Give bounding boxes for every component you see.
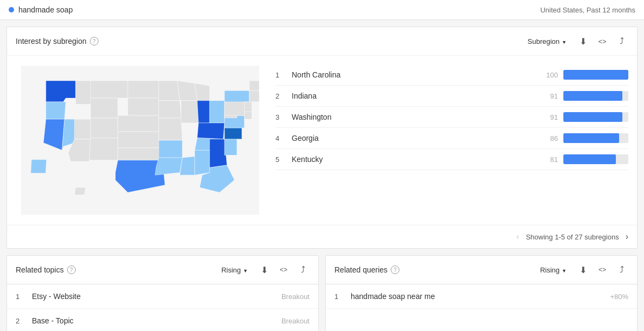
rank-number: 4: [275, 134, 292, 142]
related-topics-dropdown[interactable]: Rising: [218, 264, 251, 276]
ranking-row: 3 Washington 91: [275, 107, 628, 128]
map-and-rankings: 1 North Carolina 100 2 Indiana 91 3 Wash…: [7, 56, 637, 225]
rankings-list: 1 North Carolina 100 2 Indiana 91 3 Wash…: [275, 64, 628, 216]
ranking-row: 2 Indiana 91: [275, 86, 628, 107]
svg-marker-2: [46, 102, 66, 119]
dropdown-chevron-icon: [562, 37, 567, 46]
related-topics-download-icon[interactable]: ⬇: [258, 263, 271, 276]
subregion-title-area: Interest by subregion ?: [16, 37, 98, 46]
rank-name: Kentucky: [292, 155, 536, 164]
svg-marker-11: [89, 138, 118, 160]
rank-value: 91: [536, 92, 558, 100]
query-row: 1 handmade soap near me +80%: [326, 284, 637, 309]
search-term-area: handmade soap: [9, 5, 73, 14]
svg-marker-25: [181, 101, 199, 123]
svg-marker-8: [75, 119, 91, 139]
related-queries-controls: Rising ⬇ <> ⤴: [537, 263, 628, 276]
rank-number: 1: [275, 71, 292, 79]
related-topics-list: 1 Etsy - Website Breakout 2 Base - Topic…: [7, 284, 318, 331]
rank-value: 91: [536, 113, 558, 121]
related-queries-help-icon[interactable]: ?: [391, 265, 399, 274]
related-queries-share-icon[interactable]: ⤴: [615, 263, 628, 276]
svg-marker-30: [180, 157, 195, 175]
subregion-download-icon[interactable]: ⬇: [576, 35, 589, 48]
svg-marker-28: [197, 123, 224, 139]
ranking-row: 5 Kentucky 81: [275, 149, 628, 170]
svg-marker-26: [197, 101, 209, 123]
related-topics-share-icon[interactable]: ⤴: [297, 263, 310, 276]
topic-name: Etsy - Website: [32, 292, 281, 301]
next-page-arrow[interactable]: ›: [626, 232, 628, 242]
related-topics-help-icon[interactable]: ?: [67, 265, 76, 274]
rank-number: 2: [275, 92, 292, 100]
query-name: handmade soap near me: [351, 292, 610, 301]
svg-marker-19: [159, 101, 181, 118]
topic-row: 1 Etsy - Website Breakout: [7, 284, 318, 309]
related-queries-section: Related queries ? Rising ⬇ <> ⤴ 1 handma…: [325, 255, 638, 331]
svg-marker-23: [178, 81, 198, 101]
topic-num: 1: [16, 293, 32, 301]
subregion-header: Interest by subregion ? Subregion ⬇ <> ⤴: [7, 27, 637, 56]
topic-name: Base - Topic: [32, 316, 281, 325]
svg-marker-38: [225, 101, 245, 116]
topic-badge: Breakout: [281, 317, 310, 325]
rank-bar-fill: [563, 112, 622, 122]
subregion-embed-icon[interactable]: <>: [596, 35, 609, 48]
svg-marker-39: [225, 90, 249, 102]
top-bar: handmade soap United States, Past 12 mon…: [0, 0, 644, 20]
subregion-share-icon[interactable]: ⤴: [615, 35, 628, 48]
prev-page-arrow[interactable]: ‹: [516, 232, 519, 242]
related-queries-dropdown[interactable]: Rising: [537, 264, 570, 276]
ranking-row: 4 Georgia 86: [275, 128, 628, 149]
svg-marker-22: [155, 158, 182, 175]
query-num: 1: [334, 293, 351, 301]
topic-badge: Breakout: [281, 293, 310, 301]
related-queries-download-icon[interactable]: ⬇: [576, 263, 589, 276]
svg-marker-13: [128, 98, 159, 115]
rank-bar-fill: [563, 91, 622, 101]
svg-marker-40: [245, 102, 252, 112]
rank-bar-fill: [563, 133, 619, 143]
svg-marker-18: [159, 81, 180, 101]
related-topics-embed-icon[interactable]: <>: [277, 263, 290, 276]
related-queries-list: 1 handmade soap near me +80%: [326, 284, 637, 309]
svg-marker-43: [249, 81, 259, 90]
query-badge: +80%: [610, 293, 628, 301]
rank-value: 100: [536, 71, 558, 79]
svg-marker-27: [209, 101, 225, 123]
svg-marker-44: [31, 160, 47, 173]
subregion-help-icon[interactable]: ?: [90, 37, 98, 46]
rank-bar-bg: [563, 154, 628, 164]
subregion-dropdown[interactable]: Subregion: [524, 35, 570, 48]
svg-marker-20: [159, 118, 182, 140]
topics-dropdown-chevron-icon: [243, 266, 248, 274]
svg-marker-42: [249, 90, 259, 102]
pagination-text: Showing 1-5 of 27 subregions: [526, 233, 619, 241]
rank-bar-bg: [563, 91, 628, 101]
rank-number: 3: [275, 113, 292, 121]
svg-marker-16: [118, 148, 163, 160]
queries-dropdown-chevron-icon: [562, 266, 567, 274]
rank-bar-fill: [563, 154, 616, 164]
svg-marker-10: [90, 118, 117, 138]
related-topics-title-area: Related topics ?: [16, 265, 76, 274]
rank-value: 81: [536, 155, 558, 164]
related-queries-embed-icon[interactable]: <>: [596, 263, 609, 276]
related-topics-title: Related topics: [16, 265, 64, 274]
related-queries-title-area: Related queries ?: [334, 265, 399, 274]
related-topics-controls: Rising ⬇ <> ⤴: [218, 263, 310, 276]
svg-marker-41: [245, 112, 252, 119]
rank-name: Georgia: [292, 134, 536, 142]
pagination-bar: ‹ Showing 1-5 of 27 subregions ›: [7, 225, 637, 248]
svg-marker-5: [76, 81, 92, 105]
svg-marker-45: [75, 187, 86, 195]
svg-marker-6: [90, 81, 128, 98]
blue-dot-icon: [9, 7, 14, 12]
svg-marker-21: [159, 140, 182, 158]
us-map: [21, 64, 259, 216]
map-container: [16, 64, 265, 216]
svg-marker-34: [225, 139, 237, 155]
svg-marker-31: [195, 150, 210, 175]
search-term-label: handmade soap: [18, 5, 73, 14]
svg-marker-12: [128, 81, 159, 98]
